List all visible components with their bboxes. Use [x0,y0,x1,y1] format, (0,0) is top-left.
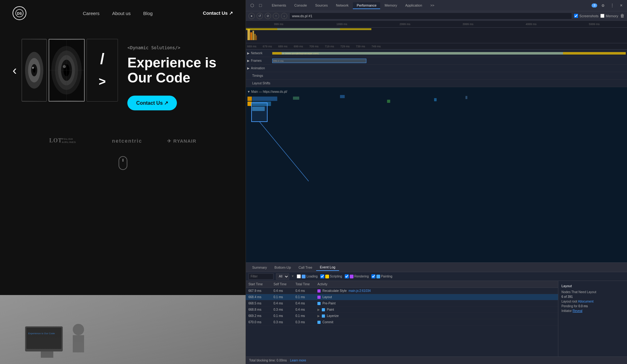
tracks: ▶Network js (www.googletagmanager.com) ▶… [246,50,627,87]
hero-content: <Dynamic Solutions/> Experience is Our C… [124,39,233,110]
tab-summary[interactable]: Summary [248,264,271,271]
scripting-checkbox[interactable] [320,274,324,278]
tab-more[interactable]: >> [427,2,438,9]
memory-checkbox[interactable] [600,14,604,18]
timeline-ruler[interactable]: 999 ms 1999 ms 2999 ms 3999 ms 4999 ms 5… [246,21,627,28]
table-row[interactable]: 669.2 ms 0.1 ms 0.1 ms ▶ Layerize [246,313,558,319]
reload-button[interactable]: ↺ [257,13,263,19]
svg-line-46 [259,122,309,181]
painting-checkbox-label[interactable]: Painting [371,274,392,278]
expand-icon-5[interactable]: ▶ [317,314,320,318]
hero-image-main [49,39,85,102]
prev-arrow[interactable]: ‹ [9,60,20,81]
svg-text:LOT: LOT [49,137,62,144]
activity-link-1[interactable]: main.js:2:61034 [348,289,371,293]
svg-text:DS: DS [17,12,22,15]
filter-input[interactable] [248,273,274,280]
rp-nodes-value: 6 of 391 [561,295,624,298]
loading-dot [302,275,306,278]
td-activity-3: Pre-Paint [315,302,558,305]
tab-elements[interactable]: Elements [268,2,290,9]
tab-call-tree[interactable]: Call Tree [295,264,316,271]
filter-select[interactable]: All [276,273,289,280]
tab-memory[interactable]: Memory [381,2,401,9]
td-self-6: 0.3 ms [271,320,293,324]
nav-careers[interactable]: Careers [83,11,99,16]
rendering-checkbox-label[interactable]: Rendering [345,274,369,278]
upload-button[interactable]: ↑ [273,13,279,19]
td-self-2: 0.1 ms [271,295,293,299]
td-total-4: 0.4 ms [293,308,315,311]
download-button[interactable]: ↓ [281,13,287,19]
expand-icon-4[interactable]: ▶ [317,308,320,311]
tab-performance[interactable]: Performance [353,2,380,9]
cursor-icon[interactable]: ⬡ [249,2,255,9]
settings-icon[interactable]: ⚙ [600,2,605,9]
td-self-4: 0.3 ms [271,308,293,311]
activity-dot-2 [317,296,321,299]
td-activity-2: Layout [315,295,558,299]
nav-blog[interactable]: Blog [143,11,153,16]
clear-button[interactable]: ⊘ [265,13,271,19]
activity-name-3: Pre-Paint [322,302,336,305]
timings-label: Timings [247,74,272,77]
perf-main[interactable]: ▼ Main — https://www.ds.pl/ [246,87,627,262]
record-button[interactable]: ● [248,13,255,19]
scripting-checkbox-label[interactable]: Scripting [320,274,342,278]
close-icon[interactable]: × [619,3,624,9]
painting-checkbox[interactable] [371,274,375,278]
ruler-mark-3: 2999 ms [373,23,436,26]
logo-lot: LOT POLISH AIRLINES [49,135,87,147]
tab-network[interactable]: Network [332,2,352,9]
learn-more-link[interactable]: Learn more [290,359,306,362]
frame-ruler: 669 ms 679 ms 689 ms 699 ms 709 ms 719 m… [246,43,627,50]
nav-links: Careers About us Blog [45,11,190,16]
td-total-6: 0.3 ms [293,320,315,324]
td-start-3: 668.5 ms [246,302,271,305]
loading-checkbox[interactable] [297,274,301,278]
office-background: Experience is Our Code [0,295,246,364]
ruler-mark-5: 4999 ms [500,23,563,26]
nav-contact-button[interactable]: Contact Us ↗ [203,10,233,16]
tab-bottom-up[interactable]: Bottom-Up [271,264,295,271]
hero-contact-button[interactable]: Contact Us ↗ [127,96,177,110]
td-start-5: 669.2 ms [246,314,271,318]
svg-rect-17 [87,40,118,101]
table-row[interactable]: 670.0 ms 0.3 ms 0.3 ms Commit [246,319,558,325]
scripting-label: Scripting [330,275,342,278]
timeline: 999 ms 1999 ms 2999 ms 3999 ms 4999 ms 5… [246,21,627,43]
rendering-checkbox[interactable] [345,274,349,278]
tab-application[interactable]: Application [401,2,426,9]
tab-console[interactable]: Console [290,2,311,9]
inspect-icon[interactable]: □ [258,3,263,9]
table-row[interactable]: 668.8 ms 0.3 ms 0.4 ms ▶ Paint [246,307,558,313]
logo[interactable]: DS [13,6,26,20]
th-start-time: Start Time [246,282,271,286]
devtools-topbar: ⬡ □ Elements Console Sources Network Per… [246,0,627,11]
svg-rect-48 [340,95,345,98]
tab-sources[interactable]: Sources [311,2,332,9]
rp-reveal-link[interactable]: Reveal [573,309,582,313]
trash-icon[interactable]: 🗑 [620,13,624,18]
loading-checkbox-label[interactable]: Loading [297,274,318,278]
table-row[interactable]: 667.9 ms 0.4 ms 0.4 ms Recalculate Style… [246,288,558,294]
timeline-overview[interactable] [246,28,627,43]
url-input[interactable] [289,13,572,19]
svg-text:/: / [100,50,105,67]
activity-name-1: Recalculate Style [322,289,347,293]
bottom-tabs: Summary Bottom-Up Call Tree Event Log [246,263,627,272]
table-row[interactable]: 668.4 ms 0.1 ms 0.1 ms Layout [246,294,558,300]
screenshots-checkbox[interactable] [574,14,578,18]
activity-name-5: Layerize [327,314,339,318]
vertical-dots-icon[interactable]: ⋮ [609,2,616,9]
rp-nodes-label: Nodes That Need Layout [561,290,624,294]
table-row[interactable]: 668.5 ms 0.4 ms 0.4 ms Pre-Paint [246,300,558,307]
tab-event-log[interactable]: Event Log [316,264,339,271]
table-header: Start Time Self Time Total Time Activity [246,281,558,288]
mouse-icon [119,156,127,170]
ruler-mark-6: 5999 ms [563,23,626,26]
bottom-image: Experience is Our Code [0,295,246,364]
nav-about[interactable]: About us [112,11,130,16]
svg-rect-28 [73,335,84,352]
right-panel: Layout Nodes That Need Layout 6 of 391 L… [558,281,627,356]
